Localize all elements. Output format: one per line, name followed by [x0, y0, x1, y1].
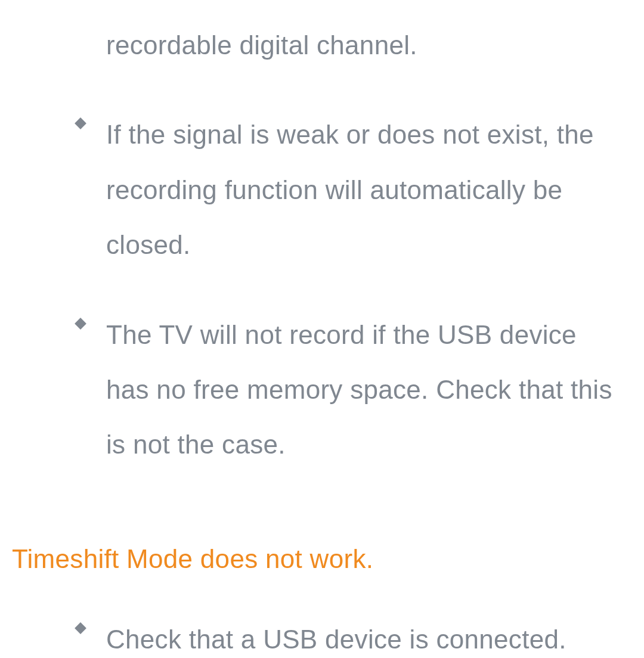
- list-item: The TV will not record if the USB device…: [0, 308, 644, 473]
- list-item: Check that a USB device is connected.: [0, 612, 644, 658]
- diamond-bullet-icon: [75, 318, 86, 330]
- list-item-text: Check that a USB device is connected.: [106, 612, 566, 658]
- list-item-text: The TV will not record if the USB device…: [106, 308, 614, 473]
- document-content: recordable digital channel. If the signa…: [0, 0, 644, 658]
- section-heading: Timeshift Mode does not work.: [0, 544, 644, 574]
- continuation-text: recordable digital channel.: [0, 18, 644, 73]
- list-item: If the signal is weak or does not exist,…: [0, 107, 644, 272]
- diamond-bullet-icon: [75, 117, 86, 129]
- list-item-text: If the signal is weak or does not exist,…: [106, 107, 614, 272]
- diamond-bullet-icon: [75, 622, 86, 634]
